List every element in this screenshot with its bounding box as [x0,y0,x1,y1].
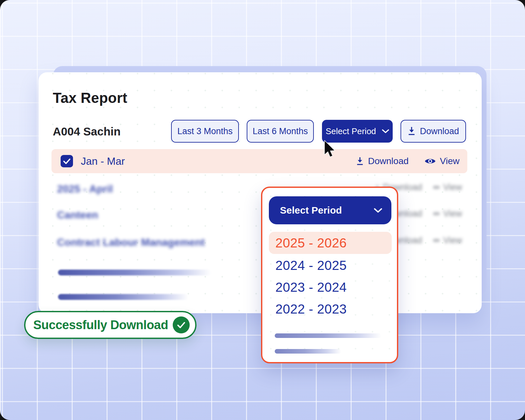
row-view-link[interactable]: View [440,156,459,166]
period-option-label: 2024 - 2025 [275,258,347,273]
row-view-icon[interactable] [424,157,436,165]
last-3-months-button[interactable]: Last 3 Months [171,120,239,143]
last-6-months-label: Last 6 Months [253,126,308,136]
last-6-months-button[interactable]: Last 6 Months [247,120,314,143]
download-button-label: Download [420,126,459,136]
period-option-label: 2022 - 2023 [275,302,347,316]
dropdown-select-period-button[interactable]: Select Period [269,196,391,224]
period-option-label: 2023 - 2024 [275,280,347,295]
period-option-2024-2025[interactable]: 2024 - 2025 [269,254,392,276]
blurred-view-link[interactable]: View [443,182,462,192]
check-circle-icon [173,316,190,333]
download-icon [407,127,416,136]
select-period-dropdown: Select Period 2025 - 2026 2024 - 2025 20… [261,187,398,363]
row-period-label: Jan - Mar [81,155,125,167]
blurred-row-label[interactable]: Contract Labour Management [57,236,205,248]
last-3-months-label: Last 3 Months [177,126,233,136]
mouse-cursor [324,140,336,158]
success-toast: Successfully Download [24,311,197,339]
toast-message: Successfully Download [33,318,168,332]
skeleton-row-bar [58,270,211,275]
row-download-icon[interactable] [356,157,364,166]
skeleton-option-bar [275,349,341,354]
account-label: A004 Sachin [53,125,121,138]
chevron-down-icon [382,129,389,133]
blurred-view-link[interactable]: View [443,209,462,219]
page-title: Tax Report [53,90,127,106]
tax-report-screen: Tax Report A004 Sachin Last 3 Months Las… [0,0,525,420]
blurred-view-link[interactable]: View [443,235,462,245]
skeleton-row-bar [58,294,188,300]
period-option-2022-2023[interactable]: 2022 - 2023 [269,298,392,320]
report-row-jan-mar[interactable]: Jan - Mar Download View [51,149,467,173]
period-option-2023-2024[interactable]: 2023 - 2024 [269,276,392,298]
select-period-button[interactable]: Select Period [322,120,393,143]
period-option-label: 2025 - 2026 [275,236,347,250]
period-option-2025-2026[interactable]: 2025 - 2026 [269,232,392,254]
chevron-down-icon [374,208,382,213]
skeleton-option-bar [275,333,381,338]
blurred-row-label[interactable]: Canteen [57,209,98,221]
dropdown-button-label: Select Period [280,205,342,216]
row-download-link[interactable]: Download [368,156,409,166]
row-checkbox[interactable] [61,155,73,167]
select-period-label: Select Period [326,126,376,136]
blurred-row-label[interactable]: 2025 - April [57,183,113,195]
download-button[interactable]: Download [401,120,466,143]
